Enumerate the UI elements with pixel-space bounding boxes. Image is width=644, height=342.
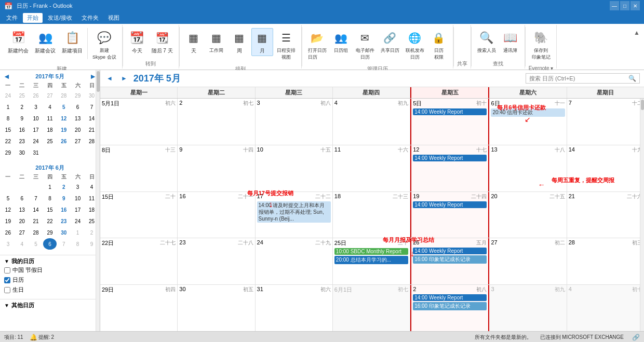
mini-date[interactable]: 15 bbox=[43, 204, 57, 215]
event-may12-weekly[interactable]: 14:00 Weekly Report bbox=[413, 155, 487, 161]
mini-date[interactable]: 1 bbox=[1, 101, 15, 113]
event-jun2-weekly[interactable]: 14:00 Weekly Report bbox=[413, 294, 487, 301]
mini-date[interactable]: 12 bbox=[1, 204, 15, 215]
address-book-button[interactable]: 📖 通讯簿 bbox=[500, 28, 521, 56]
left-panel-scrollbar[interactable] bbox=[96, 70, 100, 331]
cell-jun3[interactable]: 3 初九 bbox=[489, 285, 567, 331]
mini-date[interactable]: 31 bbox=[29, 147, 43, 158]
menu-file[interactable]: 文件 bbox=[2, 13, 22, 23]
mini-date[interactable]: 1 bbox=[43, 181, 57, 193]
mini-date[interactable]: 7 bbox=[57, 238, 71, 250]
cell-may11[interactable]: 11 十六 bbox=[333, 145, 410, 191]
cell-may20[interactable]: 20 二十五 bbox=[489, 192, 567, 238]
mini-date[interactable]: 4 bbox=[43, 101, 57, 113]
mini-date[interactable]: 19 bbox=[1, 215, 15, 227]
mini-date[interactable]: 22 bbox=[43, 215, 57, 227]
mini-date[interactable]: 16 bbox=[15, 124, 29, 135]
mini-date[interactable]: 5 bbox=[57, 101, 71, 113]
cal-item-holidays[interactable]: 中国 节假日 bbox=[4, 265, 96, 275]
calendar-search-input[interactable] bbox=[529, 75, 628, 81]
cell-may5[interactable]: 5日 初十 14:00 Weekly Report bbox=[410, 99, 489, 145]
new-skype-meeting-button[interactable]: 💬 新建Skype 会议 bbox=[90, 28, 119, 62]
cell-may26[interactable]: 26 五月 14:00 Weekly Report 16:00 印象笔记成长记录 bbox=[410, 238, 489, 284]
mini-date[interactable]: 23 bbox=[57, 215, 71, 227]
mini-date[interactable]: 9 bbox=[15, 113, 29, 124]
calendar-scrollbar[interactable] bbox=[640, 99, 644, 331]
mini-date[interactable]: 3 bbox=[1, 238, 15, 250]
mini-date[interactable]: 9 bbox=[57, 193, 71, 204]
workweek-view-button[interactable]: ▦ 工作周 bbox=[206, 28, 227, 56]
calendar-search-box[interactable]: 🔍 bbox=[526, 73, 640, 84]
cell-may25[interactable]: 25日 三十 10:00 SBDC Monthly Report 20:00 总… bbox=[333, 238, 410, 284]
cell-may21[interactable]: 21 二十六 bbox=[567, 192, 644, 238]
cell-may31[interactable]: 31 初六 bbox=[256, 285, 333, 331]
cell-may10[interactable]: 10 十五 bbox=[256, 145, 333, 191]
mini-date[interactable]: 29 bbox=[43, 227, 57, 238]
mini-date[interactable]: 28 bbox=[29, 227, 43, 238]
mini-date[interactable]: 20 bbox=[71, 124, 85, 135]
close-button[interactable]: ✕ bbox=[630, 1, 640, 10]
cell-may1[interactable]: 5月1日 初六 bbox=[100, 99, 178, 145]
mini-date[interactable]: 28 bbox=[57, 90, 71, 101]
mini-date[interactable]: 24 bbox=[1, 90, 15, 101]
mini-date[interactable]: 8 bbox=[1, 113, 15, 124]
mini-date[interactable]: 6 bbox=[71, 101, 85, 113]
mini-date[interactable]: 23 bbox=[15, 135, 29, 147]
cell-may7[interactable]: 7 十二 bbox=[567, 99, 644, 145]
cell-may22[interactable]: 22日 二十七 bbox=[100, 238, 178, 284]
mini-date[interactable]: 27 bbox=[43, 90, 57, 101]
cell-may4[interactable]: 4 初九 bbox=[333, 99, 410, 145]
cal-nav-prev[interactable]: ◄ bbox=[104, 75, 115, 82]
event-may25-summary[interactable]: 20:00 总结本月学习的... bbox=[334, 256, 408, 264]
mini-date[interactable]: 24 bbox=[71, 215, 85, 227]
mini-date[interactable]: 26 bbox=[1, 227, 15, 238]
cell-may12[interactable]: 12 十七 14:00 Weekly Report bbox=[410, 145, 489, 191]
mini-date[interactable]: 3 bbox=[29, 101, 43, 113]
other-calendars-header[interactable]: ▼ 其他日历 bbox=[4, 302, 96, 309]
publish-calendar-button[interactable]: 🌐 联机发布日历 bbox=[403, 28, 427, 62]
cell-may27[interactable]: 27 初二 bbox=[489, 238, 567, 284]
mini-date[interactable]: 3 bbox=[71, 181, 85, 193]
cell-may16[interactable]: 16 二十一 bbox=[178, 192, 255, 238]
event-may6-credit[interactable]: 20:40 信用卡还款 bbox=[491, 108, 565, 117]
day-view-button[interactable]: ▦ 天 bbox=[183, 28, 205, 56]
menu-send-receive[interactable]: 发送/接收 bbox=[44, 13, 76, 23]
mini-date[interactable]: 20 bbox=[15, 215, 29, 227]
mini-date[interactable]: 8 bbox=[71, 238, 85, 250]
event-may5-weekly[interactable]: 14:00 Weekly Report bbox=[413, 108, 487, 115]
mini-date[interactable]: 17 bbox=[71, 204, 85, 215]
cell-may9[interactable]: 9 十四 bbox=[178, 145, 255, 191]
mini-date[interactable]: 2 bbox=[15, 101, 29, 113]
cell-may24[interactable]: 24 二十九 bbox=[256, 238, 333, 284]
cell-may18[interactable]: 18 二十三 bbox=[333, 192, 410, 238]
cell-may2[interactable]: 2 初七 bbox=[178, 99, 255, 145]
mini-date[interactable]: 27 bbox=[71, 135, 85, 147]
mini-date[interactable]: 19 bbox=[57, 124, 71, 135]
mini-date[interactable]: 15 bbox=[1, 124, 15, 135]
menu-folder[interactable]: 文件夹 bbox=[77, 13, 103, 23]
next7days-button[interactable]: 📆 随后 7 天 bbox=[149, 28, 176, 56]
ribbon-collapse-button[interactable]: ▲ bbox=[632, 27, 642, 38]
cell-may29[interactable]: 29日 初四 bbox=[100, 285, 178, 331]
mini-date[interactable]: 26 bbox=[57, 135, 71, 147]
mini-date[interactable]: 29 bbox=[1, 147, 15, 158]
email-calendar-button[interactable]: ✉ 电子邮件日历 bbox=[353, 28, 377, 62]
mini-date[interactable]: 10 bbox=[71, 193, 85, 204]
mini-date[interactable]: 24 bbox=[29, 135, 43, 147]
mini-date[interactable]: 18 bbox=[43, 124, 57, 135]
cell-jun1[interactable]: 6月1日 初七 bbox=[333, 285, 410, 331]
mini-date[interactable]: 17 bbox=[29, 124, 43, 135]
mini-date[interactable]: 10 bbox=[29, 113, 43, 124]
mini-date[interactable]: 21 bbox=[29, 215, 43, 227]
mini-date[interactable]: 27 bbox=[15, 227, 29, 238]
schedule-view-button[interactable]: ☰ 日程安排视图 bbox=[274, 28, 298, 62]
minimize-button[interactable]: — bbox=[610, 1, 619, 10]
cell-may13[interactable]: 13 十八 bbox=[489, 145, 567, 191]
mini-date[interactable]: 2 bbox=[57, 181, 71, 193]
cal-checkbox-birthday[interactable] bbox=[4, 287, 10, 293]
cell-jun4[interactable]: 4 初十 bbox=[567, 285, 644, 331]
mini-date[interactable]: 14 bbox=[29, 204, 43, 215]
cell-may14[interactable]: 14 十九 bbox=[567, 145, 644, 191]
mini-date[interactable]: 8 bbox=[43, 193, 57, 204]
event-may19-weekly[interactable]: 14:00 Weekly Report bbox=[413, 201, 487, 208]
